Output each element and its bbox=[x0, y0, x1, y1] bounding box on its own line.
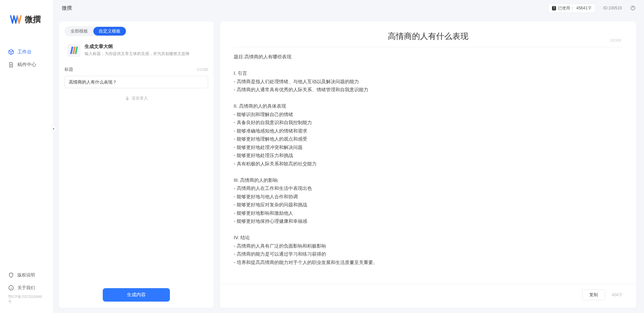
topbar-title: 微撰 bbox=[62, 5, 72, 11]
info-icon bbox=[8, 285, 14, 291]
left-panel: 全部模板 自定义模板 生成文章大纲 输入标题，为你提供文章主体的灵感，并为其创建… bbox=[59, 21, 214, 308]
output-body[interactable]: 题目:高情商的人有哪些表现 I. 引言 - 高情商是指人们处理情绪、与他人互动以… bbox=[220, 47, 636, 284]
title-char-count: 11/100 bbox=[197, 67, 208, 71]
usage-indicator[interactable]: T 已使用： 45641字 bbox=[548, 4, 595, 13]
sidebar-collapse-handle[interactable] bbox=[51, 125, 56, 132]
output-header: 高情商的人有什么表现 10/100 bbox=[220, 21, 636, 46]
right-panel: 高情商的人有什么表现 10/100 题目:高情商的人有哪些表现 I. 引言 - … bbox=[220, 21, 636, 308]
logo: 微撰 bbox=[0, 0, 53, 36]
tab-custom-templates[interactable]: 自定义模板 bbox=[93, 27, 126, 36]
logo-text: 微撰 bbox=[25, 14, 41, 25]
template-card[interactable]: 生成文章大纲 输入标题，为你提供文章主体的灵感，并为其创建推文提纲 bbox=[64, 41, 208, 60]
sidebar-item-label: 稿件中心 bbox=[17, 62, 36, 68]
shield-icon bbox=[8, 272, 14, 278]
sidebar: 微撰 工作台 稿件中心 版权说明 关于我们 鄂ICP备2 bbox=[0, 0, 54, 313]
topbar: 微撰 T 已使用： 45641字 ID:100519 bbox=[54, 0, 644, 16]
tab-all-templates[interactable]: 全部模板 bbox=[65, 27, 93, 36]
power-icon[interactable] bbox=[630, 5, 636, 11]
sidebar-item-copyright[interactable]: 版权说明 bbox=[0, 269, 53, 281]
nav-items: 工作台 稿件中心 bbox=[0, 36, 53, 269]
cube-icon bbox=[8, 49, 14, 55]
topbar-right: T 已使用： 45641字 ID:100519 bbox=[548, 4, 636, 13]
main: 微撰 T 已使用： 45641字 ID:100519 全部模板 自定义模板 bbox=[54, 0, 644, 313]
file-icon bbox=[8, 62, 14, 68]
voice-label: 语音录入 bbox=[132, 96, 148, 101]
sidebar-item-workspace[interactable]: 工作台 bbox=[0, 46, 53, 58]
usage-value: 45641字 bbox=[576, 5, 591, 11]
usage-badge: T bbox=[552, 6, 556, 10]
output-footer: 复制 404字 bbox=[220, 284, 636, 308]
user-id: ID:100519 bbox=[603, 6, 622, 10]
title-input[interactable] bbox=[64, 76, 208, 88]
sidebar-item-drafts[interactable]: 稿件中心 bbox=[0, 58, 53, 71]
sidebar-item-label: 版权说明 bbox=[17, 272, 35, 278]
form-area: 标题 11/100 语音录入 bbox=[59, 61, 214, 107]
books-icon bbox=[67, 44, 81, 57]
output-title-count: 10/100 bbox=[610, 38, 621, 42]
content: 全部模板 自定义模板 生成文章大纲 输入标题，为你提供文章主体的灵感，并为其创建… bbox=[54, 16, 644, 313]
icp-text: 鄂ICP备2022016946号 bbox=[0, 294, 53, 307]
sidebar-item-about[interactable]: 关于我们 bbox=[0, 281, 53, 294]
bottom-nav: 版权说明 关于我们 鄂ICP备2022016946号 bbox=[0, 269, 53, 313]
template-tabs: 全部模板 自定义模板 bbox=[59, 21, 214, 40]
logo-icon bbox=[10, 13, 22, 25]
voice-input-button[interactable]: 语音录入 bbox=[64, 96, 208, 101]
mic-icon bbox=[125, 96, 130, 101]
output-word-count: 404字 bbox=[612, 292, 623, 298]
sidebar-item-label: 工作台 bbox=[17, 49, 32, 55]
tab-segment: 全部模板 自定义模板 bbox=[64, 26, 127, 36]
output-title: 高情商的人有什么表现 bbox=[234, 31, 623, 42]
template-desc: 输入标题，为你提供文章主体的灵感，并为其创建推文提纲 bbox=[85, 51, 189, 57]
generate-button[interactable]: 生成内容 bbox=[103, 288, 170, 302]
sidebar-item-label: 关于我们 bbox=[17, 285, 35, 291]
copy-button[interactable]: 复制 bbox=[582, 290, 605, 300]
svg-rect-2 bbox=[127, 97, 128, 99]
template-title: 生成文章大纲 bbox=[85, 44, 189, 50]
usage-label: 已使用： bbox=[558, 5, 574, 11]
title-field-label: 标题 bbox=[64, 66, 73, 72]
